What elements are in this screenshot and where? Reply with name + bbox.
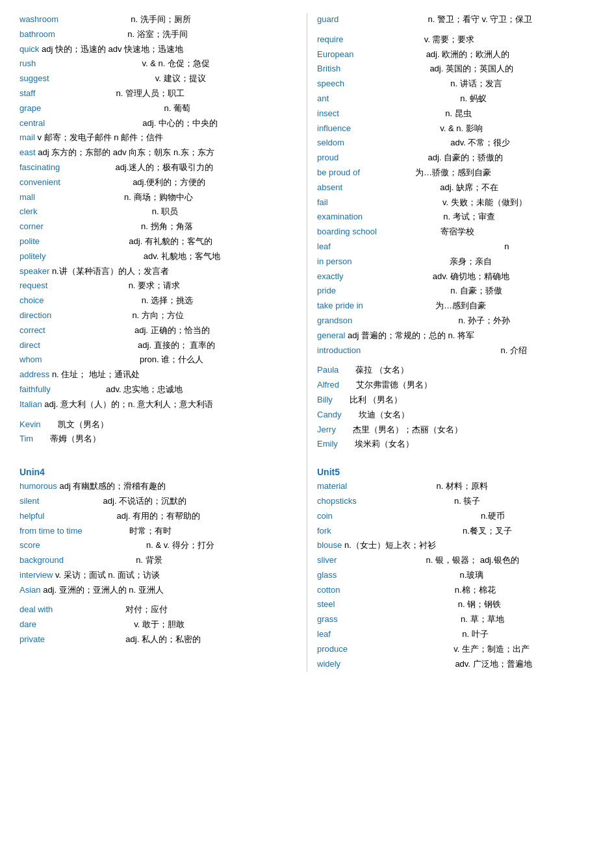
entry-quick: quick adj 快的；迅速的 adv 快速地；迅速地 — [19, 43, 297, 56]
word-politely: politely — [19, 251, 45, 261]
entry-insect: insect n. 昆虫 — [317, 107, 595, 121]
entry-glass: glass n.玻璃 — [317, 569, 595, 582]
entry-fascinating: fascinating adj.迷人的；极有吸引力的 — [19, 161, 297, 175]
word-mall: mall — [19, 192, 35, 202]
entry-silent: silent adj. 不说话的；沉默的 — [19, 495, 297, 508]
entry-rush: rush v. & n. 仓促；急促 — [19, 57, 297, 71]
entry-whom: whom pron. 谁；什么人 — [19, 353, 297, 367]
entry-asian: Asian adj. 亚洲的；亚洲人的 n. 亚洲人 — [19, 584, 297, 597]
entry-material: material n. 材料；原料 — [317, 480, 595, 493]
entry-absent: absent adj. 缺席；不在 — [317, 181, 595, 195]
entry-seldom: seldom adv. 不常；很少 — [317, 136, 595, 150]
entry-be-proud-of: be proud of 为…骄傲；感到自豪 — [317, 166, 595, 180]
entry-washroom: washroom n. 洗手间；厕所 — [19, 13, 297, 27]
def-italian: adj. 意大利（人）的；n. 意大利人；意大利语 — [44, 399, 213, 409]
name-emily: Emily 埃米莉（女名） — [317, 438, 595, 451]
def-corner: n. 拐角；角落 — [45, 221, 192, 231]
def-suggest: v. 建议；提议 — [51, 73, 205, 83]
word-polite: polite — [19, 236, 40, 246]
word-bathroom: bathroom — [19, 29, 55, 39]
word-rush: rush — [19, 58, 36, 68]
def-direction: n. 方向；方位 — [54, 310, 184, 320]
unit5-title: Unit5 — [317, 467, 595, 477]
entry-request: request n. 要求；请求 — [19, 279, 297, 293]
def-polite: adj. 有礼貌的；客气的 — [42, 236, 212, 246]
def-direct: adj. 直接的； 直率的 — [42, 340, 215, 350]
entry-convenient: convenient adj.便利的；方便的 — [19, 176, 297, 190]
word-central: central — [19, 118, 45, 128]
def-central: adj. 中心的；中央的 — [47, 118, 218, 128]
entry-steel: steel n. 钢；钢铁 — [317, 598, 595, 612]
def-clerk: n. 职员 — [40, 206, 178, 216]
word-speaker: speaker — [19, 266, 49, 276]
entry-exactly: exactly adv. 确切地；精确地 — [317, 270, 595, 284]
entry-grape: grape n. 葡萄 — [19, 102, 297, 116]
entry-chopsticks: chopsticks n. 筷子 — [317, 495, 595, 508]
word-correct: correct — [19, 325, 45, 335]
word-quick: quick — [19, 44, 39, 54]
word-whom: whom — [19, 354, 42, 364]
entry-choice: choice n. 选择；挑选 — [19, 294, 297, 308]
def-mall: n. 商场；购物中心 — [37, 192, 192, 202]
entry-helpful: helpful adj. 有用的；有帮助的 — [19, 510, 297, 523]
entry-general: general adj 普遍的；常规的；总的 n. 将军 — [317, 329, 595, 343]
entry-fork: fork n.餐叉；叉子 — [317, 525, 595, 538]
right-top-entries: guard n. 警卫；看守 v. 守卫；保卫 require v. 需要；要求… — [317, 13, 595, 357]
entry-bathroom: bathroom n. 浴室；洗手间 — [19, 28, 297, 42]
word-convenient: convenient — [19, 177, 60, 187]
word-direction: direction — [19, 310, 51, 320]
left-top-entries: washroom n. 洗手间；厕所 bathroom n. 浴室；洗手间 qu… — [19, 13, 297, 412]
entry-influence: influence v. & n. 影响 — [317, 122, 595, 136]
unit4-entries: humorous adj 有幽默感的；滑稽有趣的 silent adj. 不说话… — [19, 480, 297, 597]
right-names: Paula 葆拉 （女名） Alfred 艾尔弗雷德（男名） Billy 比利 … — [317, 364, 595, 451]
def-staff: n. 管理人员；职工 — [38, 88, 185, 98]
entry-pride: pride n. 自豪；骄傲 — [317, 284, 595, 298]
left-column: washroom n. 洗手间；厕所 bathroom n. 浴室；洗手间 qu… — [19, 13, 303, 672]
entry-sliver: sliver n. 银，银器； adj.银色的 — [317, 554, 595, 567]
entry-suggest: suggest v. 建议；提议 — [19, 72, 297, 86]
entry-politely: politely adv. 礼貌地；客气地 — [19, 250, 297, 264]
entry-guard: guard n. 警卫；看守 v. 守卫；保卫 — [317, 13, 595, 27]
word-italian: Italian — [19, 399, 42, 409]
name-alfred: Alfred 艾尔弗雷德（男名） — [317, 378, 595, 392]
def-whom: pron. 谁；什么人 — [44, 354, 203, 364]
word-staff: staff — [19, 88, 35, 98]
entry-central: central adj. 中心的；中央的 — [19, 117, 297, 130]
entry-boarding-school: boarding school 寄宿学校 — [317, 225, 595, 239]
unit4-title: Unin4 — [19, 467, 297, 477]
def-grape: n. 葡萄 — [44, 103, 190, 113]
def-convenient: adj.便利的；方便的 — [63, 177, 206, 187]
def-fascinating: adj.迷人的；极有吸引力的 — [62, 162, 214, 172]
def-address: n. 住址； 地址；通讯处 — [52, 369, 140, 379]
entry-dare: dare v. 敢于；胆敢 — [19, 618, 297, 632]
word-address: address — [19, 369, 49, 379]
entry-mail: mail v 邮寄；发电子邮件 n 邮件；信件 — [19, 131, 297, 145]
entry-proud: proud adj. 自豪的；骄傲的 — [317, 151, 595, 165]
entry-european: European adj. 欧洲的；欧洲人的 — [317, 48, 595, 62]
word-washroom: washroom — [19, 14, 58, 24]
entry-italian: Italian adj. 意大利（人）的；n. 意大利人；意大利语 — [19, 398, 297, 412]
entry-correct: correct adj. 正确的；恰当的 — [19, 324, 297, 338]
entry-fail: fail v. 失败；未能（做到） — [317, 196, 595, 210]
entry-leaf-top: leaf n — [317, 240, 595, 254]
entry-faithfully: faithfully adv. 忠实地；忠诚地 — [19, 383, 297, 397]
entry-polite: polite adj. 有礼貌的；客气的 — [19, 235, 297, 249]
name-tim: Tim 蒂姆（男名） — [19, 432, 297, 446]
def-quick: adj 快的；迅速的 adv 快速地；迅速地 — [42, 44, 183, 54]
entry-speech: speech n. 讲话；发言 — [317, 77, 595, 91]
word-direct: direct — [19, 340, 40, 350]
def-mail: v 邮寄；发电子邮件 n 邮件；信件 — [37, 132, 163, 142]
entry-corner: corner n. 拐角；角落 — [19, 220, 297, 234]
entry-grass: grass n. 草；草地 — [317, 613, 595, 626]
word-corner: corner — [19, 221, 44, 231]
entry-british: British adj. 英国的；英国人的 — [317, 62, 595, 76]
entry-direct: direct adj. 直接的； 直率的 — [19, 339, 297, 353]
entry-deal-with: deal with 对付；应付 — [19, 603, 297, 617]
entry-grandson: grandson n. 孙子；外孙 — [317, 314, 595, 328]
def-choice: n. 选择；挑选 — [46, 295, 193, 305]
word-clerk: clerk — [19, 206, 37, 216]
entry-background: background n. 背景 — [19, 554, 297, 567]
entry-produce: produce v. 生产；制造；出产 — [317, 643, 595, 656]
entry-examination: examination n. 考试；审查 — [317, 210, 595, 224]
entry-cotton: cotton n.棉；棉花 — [317, 584, 595, 597]
